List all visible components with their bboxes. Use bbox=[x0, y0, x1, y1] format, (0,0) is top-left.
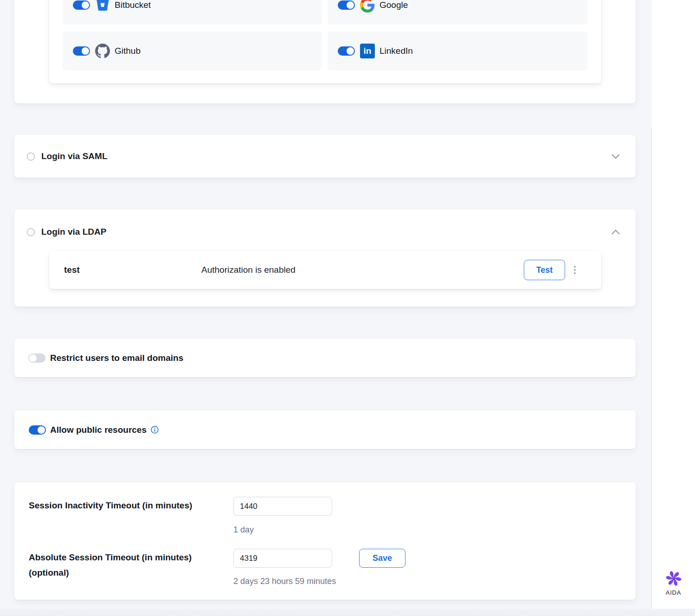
ldap-card: Login via LDAP test Authorization is ena… bbox=[14, 209, 636, 307]
bitbucket-toggle[interactable] bbox=[73, 0, 90, 10]
ldap-connection-name: test bbox=[64, 251, 80, 289]
ldap-connection-row: test Authorization is enabled Test bbox=[49, 251, 601, 289]
provider-tile-linkedin: in LinkedIn bbox=[328, 32, 587, 71]
session-timeout-card: Session Inactivity Timeout (in minutes) … bbox=[14, 482, 636, 600]
toggle-knob bbox=[37, 425, 46, 435]
page-bottom-gradient bbox=[0, 609, 695, 616]
restrict-domains-label: Restrict users to email domains bbox=[50, 353, 183, 363]
public-resources-toggle[interactable] bbox=[29, 425, 45, 435]
saml-radio[interactable] bbox=[27, 153, 35, 160]
aida-launcher[interactable]: AIDA bbox=[652, 570, 695, 596]
provider-label: Google bbox=[380, 0, 408, 10]
linkedin-icon: in bbox=[360, 44, 375, 58]
restrict-domains-toggle[interactable] bbox=[29, 353, 45, 363]
aida-logo-text: AIDA bbox=[666, 589, 682, 596]
ldap-title: Login via LDAP bbox=[41, 227, 106, 237]
inactivity-timeout-label: Session Inactivity Timeout (in minutes) bbox=[29, 498, 224, 513]
public-resources-label: Allow public resources bbox=[50, 425, 147, 435]
toggle-knob bbox=[346, 0, 355, 10]
saml-title: Login via SAML bbox=[41, 151, 108, 161]
public-resources-card: Allow public resources bbox=[14, 411, 636, 449]
absolute-timeout-hint: 2 days 23 hours 59 minutes bbox=[233, 577, 336, 586]
absolute-timeout-input[interactable] bbox=[233, 549, 332, 568]
provider-tile-google: Google bbox=[328, 0, 587, 25]
chevron-up-icon[interactable] bbox=[611, 230, 620, 235]
provider-label: LinkedIn bbox=[380, 46, 413, 56]
google-icon bbox=[360, 0, 375, 13]
right-side-panel bbox=[652, 0, 695, 610]
ldap-connection-status: Authorization is enabled bbox=[201, 251, 296, 289]
github-icon bbox=[95, 44, 110, 58]
aida-logo-icon bbox=[665, 570, 682, 587]
saml-header[interactable]: Login via SAML bbox=[14, 135, 636, 178]
provider-label: Github bbox=[115, 46, 141, 56]
bitbucket-icon bbox=[95, 0, 110, 13]
saml-card: Login via SAML bbox=[14, 135, 636, 178]
ldap-radio[interactable] bbox=[27, 228, 35, 236]
absolute-timeout-label: Absolute Session Timeout (in minutes) (o… bbox=[29, 550, 214, 581]
google-toggle[interactable] bbox=[338, 0, 354, 10]
inactivity-timeout-input[interactable] bbox=[233, 497, 332, 516]
toggle-knob bbox=[28, 353, 38, 363]
github-toggle[interactable] bbox=[73, 46, 90, 56]
toggle-knob bbox=[81, 0, 90, 10]
settings-page: Bitbucket Google Github in LinkedI bbox=[0, 0, 695, 616]
restrict-domains-card: Restrict users to email domains bbox=[14, 339, 636, 377]
provider-label: Bitbucket bbox=[115, 0, 151, 10]
save-button[interactable]: Save bbox=[359, 549, 405, 568]
chevron-down-icon[interactable] bbox=[611, 154, 620, 159]
provider-tile-github: Github bbox=[63, 32, 322, 71]
inactivity-timeout-hint: 1 day bbox=[233, 525, 254, 535]
info-icon[interactable] bbox=[151, 426, 159, 434]
ldap-header[interactable]: Login via LDAP bbox=[14, 209, 636, 251]
ldap-test-button[interactable]: Test bbox=[524, 260, 565, 280]
toggle-knob bbox=[81, 46, 90, 56]
toggle-knob bbox=[346, 46, 355, 56]
provider-tile-bitbucket: Bitbucket bbox=[63, 0, 322, 25]
kebab-menu-icon[interactable] bbox=[574, 266, 576, 274]
panel-divider bbox=[651, 129, 652, 610]
linkedin-toggle[interactable] bbox=[338, 46, 354, 56]
